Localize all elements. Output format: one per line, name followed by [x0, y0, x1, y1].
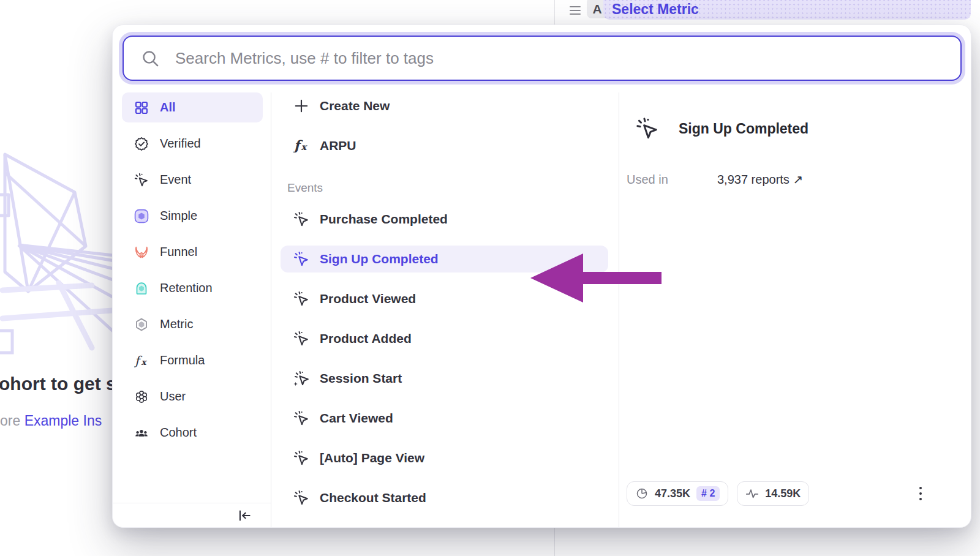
pulse-icon: [745, 487, 759, 500]
list-item-label: Sign Up Completed: [320, 252, 439, 266]
search-icon: [141, 49, 160, 68]
sidebar-item-label: Retention: [160, 281, 213, 295]
filter-sidebar: All Verified Event Simple Funnel Retenti…: [113, 92, 271, 528]
sidebar-item-label: User: [160, 389, 186, 404]
create-new-button[interactable]: Create New: [281, 92, 608, 119]
sidebar-item-label: Cohort: [160, 426, 197, 440]
search-bar: [123, 36, 962, 81]
rank-badge: # 2: [696, 486, 720, 501]
used-in-row: Used in 3,937 reports ↗: [627, 172, 971, 187]
stat-value: 14.59K: [765, 487, 801, 500]
list-item-label: Session Start: [320, 371, 402, 386]
funnel-icon: [134, 245, 149, 260]
metric-hexagon-icon: [134, 317, 149, 332]
sidebar-item-user[interactable]: User: [122, 381, 263, 411]
event-cursor-icon: [293, 211, 309, 227]
stat-value: 47.35K: [655, 487, 690, 500]
sidebar-footer: [113, 503, 271, 528]
list-item-label: Product Viewed: [320, 291, 416, 306]
pie-chart-icon: [635, 487, 649, 500]
event-cursor-icon: [293, 251, 309, 267]
sidebar-item-metric[interactable]: Metric: [122, 309, 263, 339]
sidebar-item-retention[interactable]: Retention: [122, 273, 263, 303]
sidebar-item-event[interactable]: Event: [122, 165, 263, 195]
more-options-kebab-icon[interactable]: [913, 485, 928, 502]
sidebar-item-label: Funnel: [160, 245, 197, 259]
list-item-label: Cart Viewed: [320, 411, 393, 426]
list-item-arpu[interactable]: ARPU: [281, 132, 608, 159]
detail-stats-row: 47.35K # 2 14.59K: [627, 481, 971, 506]
background-headline-fragment: ohort to get s: [0, 374, 116, 394]
event-cursor-icon: [293, 490, 309, 506]
event-cursor-icon: [293, 291, 309, 307]
annotation-arrow: [527, 248, 668, 309]
event-cursor-icon: [636, 117, 659, 140]
simple-metric-icon: [134, 209, 149, 224]
list-item-auto-page-view[interactable]: [Auto] Page View: [281, 445, 608, 471]
external-link-arrow-icon: ↗: [793, 173, 803, 186]
reports-link[interactable]: 3,937 reports ↗: [717, 172, 803, 187]
used-in-label: Used in: [627, 173, 717, 187]
detail-header: Sign Up Completed: [636, 117, 971, 140]
event-cursor-icon: [293, 331, 309, 347]
background-illustration: [0, 136, 116, 356]
list-item-label: Purchase Completed: [320, 212, 448, 227]
list-item-purchase-completed[interactable]: Purchase Completed: [281, 206, 608, 233]
collapse-sidebar-icon[interactable]: [236, 508, 252, 524]
grid-icon: [134, 100, 149, 115]
events-section-header: Events: [287, 181, 619, 195]
event-cursor-icon: [293, 410, 309, 426]
event-cursor-icon: [134, 173, 149, 187]
sidebar-item-funnel[interactable]: Funnel: [122, 237, 263, 267]
formula-fx-icon: [293, 138, 309, 154]
sidebar-item-cohort[interactable]: Cohort: [122, 418, 263, 448]
drag-handle-icon[interactable]: [568, 5, 582, 16]
list-item-product-added[interactable]: Product Added: [281, 325, 608, 352]
metric-detail-panel: Sign Up Completed Used in 3,937 reports …: [619, 92, 971, 528]
list-item-cart-viewed[interactable]: Cart Viewed: [281, 405, 608, 432]
list-item-label: Product Added: [320, 331, 412, 346]
activity-count-pill[interactable]: 14.59K: [737, 481, 809, 506]
sidebar-item-simple[interactable]: Simple: [122, 201, 263, 231]
list-item-checkout-started[interactable]: Checkout Started: [281, 484, 608, 511]
sidebar-item-label: Simple: [160, 209, 197, 223]
select-metric-field[interactable]: Select Metric: [603, 0, 971, 20]
report-count-pill[interactable]: 47.35K # 2: [627, 481, 728, 506]
sidebar-item-label: Formula: [160, 353, 205, 367]
event-cursor-icon: [293, 450, 309, 466]
search-input[interactable]: [123, 36, 962, 81]
list-item-label: [Auto] Page View: [320, 451, 424, 465]
list-item-label: ARPU: [320, 138, 356, 153]
sidebar-item-label: Metric: [160, 317, 193, 331]
create-new-label: Create New: [320, 99, 390, 113]
sidebar-item-verified[interactable]: Verified: [122, 129, 263, 159]
sidebar-item-label: Event: [160, 173, 191, 187]
sidebar-item-label: Verified: [160, 137, 201, 151]
sidebar-item-formula[interactable]: Formula: [122, 345, 263, 375]
auto-event-cursor-icon: [293, 370, 309, 386]
sidebar-item-all[interactable]: All: [122, 92, 263, 122]
plus-icon: [293, 98, 309, 114]
list-item-label: Checkout Started: [320, 490, 426, 505]
formula-fx-icon: [134, 353, 149, 368]
detail-title: Sign Up Completed: [679, 121, 809, 137]
example-insights-link-fragment[interactable]: Example Ins: [24, 413, 102, 429]
retention-icon: [134, 281, 149, 296]
background-subline: ore Example Ins: [0, 413, 102, 429]
cohort-people-icon: [134, 426, 149, 440]
background-subline-text: ore: [0, 413, 24, 429]
metric-list: Create New ARPU Events Purchase Complete…: [271, 92, 619, 528]
verified-seal-icon: [134, 137, 149, 151]
user-flower-icon: [134, 389, 149, 404]
list-item-session-start[interactable]: Session Start: [281, 365, 608, 392]
sidebar-item-label: All: [160, 100, 176, 115]
